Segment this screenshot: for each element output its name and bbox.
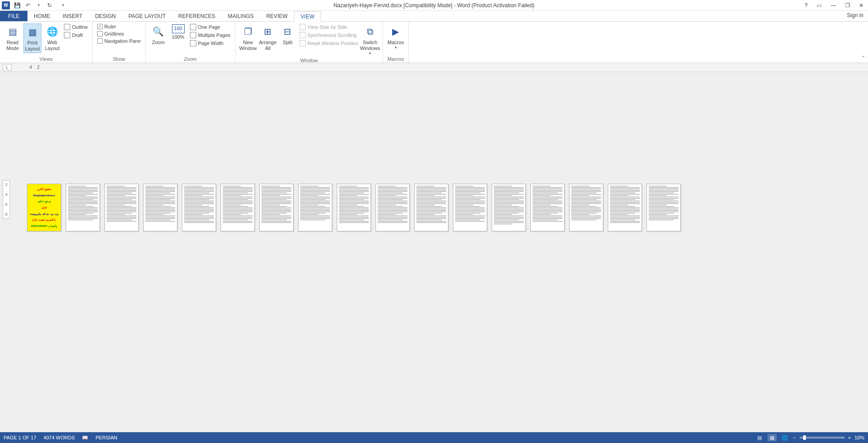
read-mode-view-button[interactable]: ▤ [755,434,764,441]
tab-selector[interactable]: L [3,64,12,71]
page-thumbnail[interactable] [337,184,371,231]
page-thumbnail[interactable] [453,184,487,231]
ruler-checkbox[interactable]: ✓Ruler [96,23,142,30]
print-layout-view-button[interactable]: ▦ [768,434,777,441]
zoom-label: Zoom [152,40,165,45]
minimize-button[interactable]: — [829,2,838,9]
page-thumbnail[interactable] [608,184,642,231]
tab-references[interactable]: REFERENCES [172,11,222,21]
split-button[interactable]: ⊟ Split [279,23,297,46]
zoom-slider-thumb[interactable] [803,435,806,440]
page-thumbnail[interactable] [104,184,139,231]
undo-dropdown-icon[interactable]: ▾ [35,2,42,9]
zoom-slider[interactable] [800,437,845,438]
group-window-label: Window [239,57,379,63]
restore-button[interactable]: ❐ [843,2,852,9]
window-title: Nazariyeh-Haye-Fervid.docx [Compatibilit… [334,2,535,9]
group-show: ✓Ruler Gridlines Navigation Pane Show [93,22,146,63]
page-thumbnail[interactable] [221,184,255,231]
vertical-ruler[interactable]: 2 4 6 8 [3,180,10,219]
new-window-label: New Window [239,40,257,51]
multiple-pages-button[interactable]: Multiple Pages [189,32,231,39]
tab-file[interactable]: FILE [0,11,27,21]
group-show-label: Show [96,55,142,62]
quick-access-toolbar: W 💾 ↶ ▾ ↻ ▾ [2,1,67,9]
print-layout-button[interactable]: ▦ Print Layout [23,23,41,53]
language-indicator[interactable]: PERSIAN [95,435,117,440]
arrange-all-button[interactable]: ⊞ Arrange All [259,23,277,52]
proofing-icon[interactable]: 📖 [82,435,88,441]
tab-mailings[interactable]: MAILINGS [222,11,260,21]
ribbon: ▤ Read Mode ▦ Print Layout 🌐 Web Layout … [0,22,868,63]
page-thumbnail[interactable] [530,184,565,231]
switch-windows-button[interactable]: ⧉ Switch Windows ▾ [361,23,379,57]
navigation-pane-checkbox[interactable]: Navigation Pane [96,38,142,44]
one-page-button[interactable]: One Page [189,23,231,31]
page-thumbnail[interactable] [375,184,410,231]
ruler-tick: 4 [5,192,7,197]
zoom-button[interactable]: 🔍 Zoom [149,23,167,46]
side-by-side-label: View Side by Side [307,24,347,30]
draft-button[interactable]: Draft [63,32,89,39]
page-thumbnail[interactable] [492,184,526,231]
checkbox-checked-icon: ✓ [97,24,103,29]
tab-review[interactable]: REVIEW [260,11,294,21]
group-zoom: 🔍 Zoom 100 100% One Page Multiple Pages … [146,22,235,63]
ribbon-display-options-button[interactable]: ▭ [815,2,823,9]
new-window-button[interactable]: ❐ New Window [239,23,257,52]
undo-icon[interactable]: ↶ [24,2,32,9]
read-mode-button[interactable]: ▤ Read Mode [4,23,22,52]
zoom-100-label: 100% [172,34,185,40]
page-thumbnail[interactable] [298,184,332,231]
zoom-100-button[interactable]: 100 100% [169,23,187,41]
sync-scroll-icon [299,32,306,38]
page-thumbnail[interactable] [646,184,681,231]
gridlines-label: Gridlines [104,31,124,36]
web-layout-label: Web Layout [44,40,60,51]
tab-view[interactable]: VIEW [294,11,321,22]
tab-insert[interactable]: INSERT [56,11,89,21]
close-button[interactable]: ✕ [857,2,865,9]
gridlines-checkbox[interactable]: Gridlines [96,31,142,37]
tab-design[interactable]: DESIGN [89,11,122,21]
word-app-icon[interactable]: W [2,1,10,9]
ruler-tick: 2 [37,65,40,70]
page-thumbnail[interactable] [414,184,448,231]
qat-customize-icon[interactable]: ▾ [59,2,67,9]
word-count[interactable]: 4074 WORDS [44,435,75,440]
sign-in-link[interactable]: Sign in [847,12,863,18]
zoom-out-button[interactable]: − [793,435,796,440]
collapse-ribbon-icon[interactable]: ⌃ [861,55,865,61]
save-icon[interactable]: 💾 [14,2,21,9]
checkbox-icon [97,38,103,44]
page-thumbnail[interactable] [66,184,100,231]
sync-scroll-label: Synchronous Scrolling [307,32,357,38]
tab-home[interactable]: HOME [27,11,56,21]
page-width-button[interactable]: Page Width [189,40,231,47]
page-thumbnail[interactable] [259,184,294,231]
group-views: ▤ Read Mode ▦ Print Layout 🌐 Web Layout … [0,22,93,63]
tab-page-layout[interactable]: PAGE LAYOUT [122,11,172,21]
ruler-label: Ruler [104,24,116,29]
redo-icon[interactable]: ↻ [46,2,53,9]
zoom-icon: 🔍 [151,24,166,39]
outline-label: Outline [72,24,88,30]
zoom-in-button[interactable]: + [848,435,851,440]
web-layout-button[interactable]: 🌐 Web Layout [43,23,61,52]
page-thumbnail[interactable]: تحقیق آنلاینTahghighonline.irمرجع دانلود… [27,184,61,231]
zoom-level[interactable]: 10% [854,435,864,440]
page-thumbnail[interactable] [182,184,216,231]
ruler-marks: 4 2 [30,65,40,70]
page-thumbnail[interactable] [569,184,603,231]
page-indicator[interactable]: PAGE 1 OF 17 [4,435,36,440]
document-area[interactable]: 2 4 6 8 تحقیق آنلاینTahghighonline.irمرج… [0,72,868,432]
help-button[interactable]: ? [803,2,809,9]
group-macros-label: Macros [387,55,405,62]
page-thumbnail[interactable] [143,184,177,231]
split-icon: ⊟ [280,24,295,39]
web-layout-view-button[interactable]: 🌐 [780,434,789,441]
outline-button[interactable]: Outline [63,23,89,31]
macros-button[interactable]: ▶ Macros ▾ [387,23,405,51]
ruler-tick: 8 [5,212,7,217]
horizontal-ruler[interactable]: L 4 2 [0,63,868,72]
